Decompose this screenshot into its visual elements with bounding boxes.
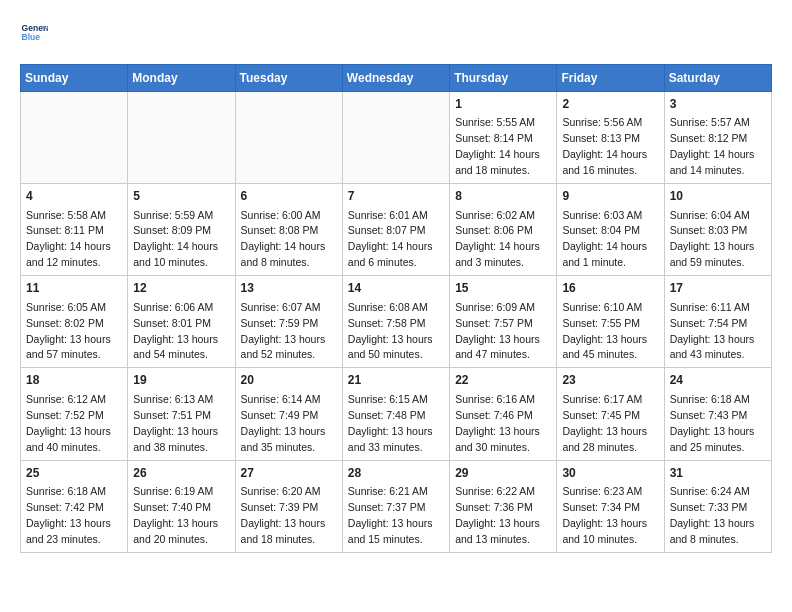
day-number: 18 bbox=[26, 372, 122, 389]
week-row-3: 11Sunrise: 6:05 AM Sunset: 8:02 PM Dayli… bbox=[21, 276, 772, 368]
day-info: Sunrise: 6:18 AM Sunset: 7:43 PM Dayligh… bbox=[670, 393, 755, 453]
day-number: 26 bbox=[133, 465, 229, 482]
day-number: 9 bbox=[562, 188, 658, 205]
calendar-cell: 3Sunrise: 5:57 AM Sunset: 8:12 PM Daylig… bbox=[664, 92, 771, 184]
week-row-5: 25Sunrise: 6:18 AM Sunset: 7:42 PM Dayli… bbox=[21, 460, 772, 552]
day-number: 19 bbox=[133, 372, 229, 389]
day-number: 2 bbox=[562, 96, 658, 113]
svg-text:Blue: Blue bbox=[22, 32, 41, 42]
day-number: 14 bbox=[348, 280, 444, 297]
day-number: 20 bbox=[241, 372, 337, 389]
col-header-thursday: Thursday bbox=[450, 65, 557, 92]
day-number: 27 bbox=[241, 465, 337, 482]
day-info: Sunrise: 6:03 AM Sunset: 8:04 PM Dayligh… bbox=[562, 209, 647, 269]
day-info: Sunrise: 6:24 AM Sunset: 7:33 PM Dayligh… bbox=[670, 485, 755, 545]
day-info: Sunrise: 6:18 AM Sunset: 7:42 PM Dayligh… bbox=[26, 485, 111, 545]
day-number: 11 bbox=[26, 280, 122, 297]
calendar-cell: 29Sunrise: 6:22 AM Sunset: 7:36 PM Dayli… bbox=[450, 460, 557, 552]
calendar-cell: 16Sunrise: 6:10 AM Sunset: 7:55 PM Dayli… bbox=[557, 276, 664, 368]
day-info: Sunrise: 6:15 AM Sunset: 7:48 PM Dayligh… bbox=[348, 393, 433, 453]
day-number: 23 bbox=[562, 372, 658, 389]
col-header-friday: Friday bbox=[557, 65, 664, 92]
calendar-cell: 28Sunrise: 6:21 AM Sunset: 7:37 PM Dayli… bbox=[342, 460, 449, 552]
calendar-cell: 20Sunrise: 6:14 AM Sunset: 7:49 PM Dayli… bbox=[235, 368, 342, 460]
day-number: 3 bbox=[670, 96, 766, 113]
day-number: 15 bbox=[455, 280, 551, 297]
calendar-cell: 26Sunrise: 6:19 AM Sunset: 7:40 PM Dayli… bbox=[128, 460, 235, 552]
calendar-cell: 10Sunrise: 6:04 AM Sunset: 8:03 PM Dayli… bbox=[664, 184, 771, 276]
calendar-cell: 19Sunrise: 6:13 AM Sunset: 7:51 PM Dayli… bbox=[128, 368, 235, 460]
day-number: 30 bbox=[562, 465, 658, 482]
day-info: Sunrise: 6:20 AM Sunset: 7:39 PM Dayligh… bbox=[241, 485, 326, 545]
calendar-header-row: SundayMondayTuesdayWednesdayThursdayFrid… bbox=[21, 65, 772, 92]
day-number: 13 bbox=[241, 280, 337, 297]
calendar-cell: 4Sunrise: 5:58 AM Sunset: 8:11 PM Daylig… bbox=[21, 184, 128, 276]
calendar-cell: 17Sunrise: 6:11 AM Sunset: 7:54 PM Dayli… bbox=[664, 276, 771, 368]
day-number: 8 bbox=[455, 188, 551, 205]
calendar-cell: 14Sunrise: 6:08 AM Sunset: 7:58 PM Dayli… bbox=[342, 276, 449, 368]
calendar-cell: 6Sunrise: 6:00 AM Sunset: 8:08 PM Daylig… bbox=[235, 184, 342, 276]
calendar-cell: 11Sunrise: 6:05 AM Sunset: 8:02 PM Dayli… bbox=[21, 276, 128, 368]
col-header-wednesday: Wednesday bbox=[342, 65, 449, 92]
day-number: 16 bbox=[562, 280, 658, 297]
day-info: Sunrise: 6:08 AM Sunset: 7:58 PM Dayligh… bbox=[348, 301, 433, 361]
day-info: Sunrise: 6:16 AM Sunset: 7:46 PM Dayligh… bbox=[455, 393, 540, 453]
day-info: Sunrise: 6:23 AM Sunset: 7:34 PM Dayligh… bbox=[562, 485, 647, 545]
day-number: 4 bbox=[26, 188, 122, 205]
calendar-cell: 2Sunrise: 5:56 AM Sunset: 8:13 PM Daylig… bbox=[557, 92, 664, 184]
calendar-cell: 31Sunrise: 6:24 AM Sunset: 7:33 PM Dayli… bbox=[664, 460, 771, 552]
day-info: Sunrise: 6:07 AM Sunset: 7:59 PM Dayligh… bbox=[241, 301, 326, 361]
day-number: 10 bbox=[670, 188, 766, 205]
day-info: Sunrise: 6:21 AM Sunset: 7:37 PM Dayligh… bbox=[348, 485, 433, 545]
col-header-sunday: Sunday bbox=[21, 65, 128, 92]
calendar-cell bbox=[128, 92, 235, 184]
day-info: Sunrise: 6:11 AM Sunset: 7:54 PM Dayligh… bbox=[670, 301, 755, 361]
calendar-cell: 27Sunrise: 6:20 AM Sunset: 7:39 PM Dayli… bbox=[235, 460, 342, 552]
calendar-cell: 25Sunrise: 6:18 AM Sunset: 7:42 PM Dayli… bbox=[21, 460, 128, 552]
day-info: Sunrise: 6:22 AM Sunset: 7:36 PM Dayligh… bbox=[455, 485, 540, 545]
day-number: 21 bbox=[348, 372, 444, 389]
week-row-2: 4Sunrise: 5:58 AM Sunset: 8:11 PM Daylig… bbox=[21, 184, 772, 276]
calendar-cell: 23Sunrise: 6:17 AM Sunset: 7:45 PM Dayli… bbox=[557, 368, 664, 460]
day-number: 24 bbox=[670, 372, 766, 389]
logo: General Blue bbox=[20, 20, 52, 48]
calendar-cell: 24Sunrise: 6:18 AM Sunset: 7:43 PM Dayli… bbox=[664, 368, 771, 460]
day-info: Sunrise: 6:06 AM Sunset: 8:01 PM Dayligh… bbox=[133, 301, 218, 361]
day-info: Sunrise: 6:01 AM Sunset: 8:07 PM Dayligh… bbox=[348, 209, 433, 269]
week-row-1: 1Sunrise: 5:55 AM Sunset: 8:14 PM Daylig… bbox=[21, 92, 772, 184]
page-header: General Blue bbox=[20, 20, 772, 48]
day-info: Sunrise: 5:57 AM Sunset: 8:12 PM Dayligh… bbox=[670, 116, 755, 176]
calendar-cell: 8Sunrise: 6:02 AM Sunset: 8:06 PM Daylig… bbox=[450, 184, 557, 276]
day-info: Sunrise: 6:17 AM Sunset: 7:45 PM Dayligh… bbox=[562, 393, 647, 453]
day-info: Sunrise: 6:10 AM Sunset: 7:55 PM Dayligh… bbox=[562, 301, 647, 361]
day-number: 6 bbox=[241, 188, 337, 205]
col-header-tuesday: Tuesday bbox=[235, 65, 342, 92]
day-info: Sunrise: 6:09 AM Sunset: 7:57 PM Dayligh… bbox=[455, 301, 540, 361]
day-number: 22 bbox=[455, 372, 551, 389]
calendar-cell: 18Sunrise: 6:12 AM Sunset: 7:52 PM Dayli… bbox=[21, 368, 128, 460]
day-info: Sunrise: 6:00 AM Sunset: 8:08 PM Dayligh… bbox=[241, 209, 326, 269]
day-info: Sunrise: 5:56 AM Sunset: 8:13 PM Dayligh… bbox=[562, 116, 647, 176]
day-number: 5 bbox=[133, 188, 229, 205]
day-info: Sunrise: 6:02 AM Sunset: 8:06 PM Dayligh… bbox=[455, 209, 540, 269]
logo-icon: General Blue bbox=[20, 20, 48, 48]
day-number: 31 bbox=[670, 465, 766, 482]
day-number: 12 bbox=[133, 280, 229, 297]
calendar-cell: 7Sunrise: 6:01 AM Sunset: 8:07 PM Daylig… bbox=[342, 184, 449, 276]
calendar-cell: 22Sunrise: 6:16 AM Sunset: 7:46 PM Dayli… bbox=[450, 368, 557, 460]
day-info: Sunrise: 6:14 AM Sunset: 7:49 PM Dayligh… bbox=[241, 393, 326, 453]
day-number: 7 bbox=[348, 188, 444, 205]
day-number: 1 bbox=[455, 96, 551, 113]
day-info: Sunrise: 6:12 AM Sunset: 7:52 PM Dayligh… bbox=[26, 393, 111, 453]
calendar-cell: 30Sunrise: 6:23 AM Sunset: 7:34 PM Dayli… bbox=[557, 460, 664, 552]
day-info: Sunrise: 6:04 AM Sunset: 8:03 PM Dayligh… bbox=[670, 209, 755, 269]
calendar-cell bbox=[235, 92, 342, 184]
calendar-cell: 15Sunrise: 6:09 AM Sunset: 7:57 PM Dayli… bbox=[450, 276, 557, 368]
calendar-cell bbox=[21, 92, 128, 184]
day-info: Sunrise: 5:59 AM Sunset: 8:09 PM Dayligh… bbox=[133, 209, 218, 269]
calendar-cell: 9Sunrise: 6:03 AM Sunset: 8:04 PM Daylig… bbox=[557, 184, 664, 276]
day-info: Sunrise: 5:58 AM Sunset: 8:11 PM Dayligh… bbox=[26, 209, 111, 269]
calendar-cell: 13Sunrise: 6:07 AM Sunset: 7:59 PM Dayli… bbox=[235, 276, 342, 368]
calendar-cell: 21Sunrise: 6:15 AM Sunset: 7:48 PM Dayli… bbox=[342, 368, 449, 460]
calendar-cell: 5Sunrise: 5:59 AM Sunset: 8:09 PM Daylig… bbox=[128, 184, 235, 276]
